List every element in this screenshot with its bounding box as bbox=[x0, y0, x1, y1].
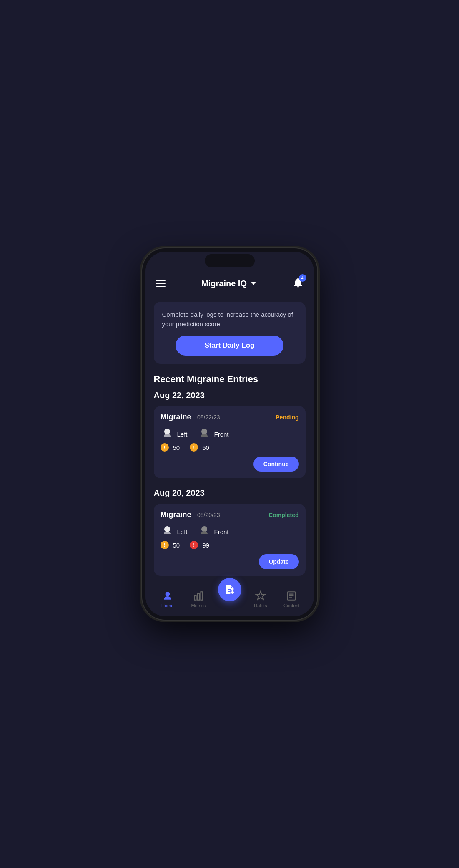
entry-type-date-2: Migraine 08/20/23 bbox=[161, 510, 220, 519]
score-value-1: 50 bbox=[173, 444, 180, 451]
date-heading-aug22: Aug 22, 2023 bbox=[154, 391, 306, 400]
nav-habits-label: Habits bbox=[254, 603, 267, 608]
score-value-2: 50 bbox=[202, 444, 209, 451]
home-icon bbox=[162, 590, 173, 601]
head-left-icon bbox=[161, 427, 174, 441]
main-scroll-area: Complete daily logs to increase the accu… bbox=[145, 297, 314, 587]
habits-icon bbox=[255, 590, 266, 601]
score-badge-2: ! bbox=[190, 443, 198, 452]
svg-point-1 bbox=[201, 429, 207, 434]
head-front-icon-2 bbox=[198, 525, 211, 538]
svg-point-3 bbox=[201, 526, 207, 532]
hamburger-menu[interactable] bbox=[156, 280, 166, 287]
entry-footer-2: Update bbox=[161, 554, 299, 569]
location-left-label: Left bbox=[177, 431, 188, 438]
svg-rect-6 bbox=[194, 596, 196, 600]
score-badge-4: ! bbox=[190, 541, 198, 549]
date-heading-aug20: Aug 20, 2023 bbox=[154, 488, 306, 498]
score-row-2: ! 50 ! 99 bbox=[161, 541, 299, 549]
score-value-3: 50 bbox=[173, 542, 180, 549]
entry-status-2: Completed bbox=[268, 512, 298, 518]
daily-log-banner: Complete daily logs to increase the accu… bbox=[154, 302, 306, 364]
nav-home-label: Home bbox=[161, 603, 173, 608]
location-front: Front bbox=[198, 427, 229, 441]
entry-card-aug22: Migraine 08/22/23 Pending Left bbox=[154, 406, 306, 478]
svg-point-2 bbox=[164, 526, 170, 532]
score-front: ! 50 bbox=[190, 443, 209, 452]
score-front-2: ! 99 bbox=[190, 541, 209, 549]
entry-date: 08/22/23 bbox=[197, 414, 220, 421]
svg-point-5 bbox=[165, 592, 170, 596]
score-badge-3: ! bbox=[161, 541, 169, 549]
entry-header: Migraine 08/22/23 Pending bbox=[161, 413, 299, 421]
bottom-navigation: Home Metrics Report Habits bbox=[145, 587, 314, 616]
entry-type-2: Migraine bbox=[161, 510, 191, 519]
start-daily-log-button[interactable]: Start Daily Log bbox=[176, 336, 283, 356]
fab-button[interactable] bbox=[218, 578, 241, 601]
nav-metrics-label: Metrics bbox=[191, 603, 206, 608]
location-left-label-2: Left bbox=[177, 528, 188, 535]
entry-detail-row-2: Left Front bbox=[161, 525, 299, 538]
location-left-2: Left bbox=[161, 525, 188, 538]
entry-detail-row: Left Front bbox=[161, 427, 299, 441]
entry-date-2: 08/20/23 bbox=[197, 512, 220, 518]
entry-type: Migraine bbox=[161, 413, 191, 421]
location-front-2: Front bbox=[198, 525, 229, 538]
nav-content[interactable]: Content bbox=[276, 590, 307, 608]
app-title: Migraine IQ bbox=[201, 279, 247, 288]
content-icon bbox=[286, 590, 297, 601]
entry-type-date: Migraine 08/22/23 bbox=[161, 413, 220, 421]
svg-point-0 bbox=[164, 429, 170, 434]
score-value-4: 99 bbox=[202, 542, 209, 549]
banner-text: Complete daily logs to increase the accu… bbox=[162, 310, 297, 329]
nav-home[interactable]: Home bbox=[152, 590, 183, 608]
nav-content-label: Content bbox=[283, 603, 300, 608]
head-left-icon-2 bbox=[161, 525, 174, 538]
notification-badge: 4 bbox=[299, 274, 306, 282]
nav-habits[interactable]: Habits bbox=[245, 590, 276, 608]
section-title: Recent Migraine Entries bbox=[154, 374, 306, 385]
metrics-icon bbox=[193, 590, 204, 601]
entry-status: Pending bbox=[276, 414, 298, 421]
location-front-label-2: Front bbox=[214, 528, 229, 535]
location-left: Left bbox=[161, 427, 188, 441]
continue-button[interactable]: Continue bbox=[253, 457, 299, 472]
update-button[interactable]: Update bbox=[259, 554, 298, 569]
report-add-icon bbox=[224, 584, 236, 595]
svg-rect-8 bbox=[201, 592, 203, 600]
nav-metrics[interactable]: Metrics bbox=[183, 590, 214, 608]
score-row: ! 50 ! 50 bbox=[161, 443, 299, 452]
notification-button[interactable]: 4 bbox=[292, 277, 304, 290]
entry-card-aug20: Migraine 08/20/23 Completed Left bbox=[154, 504, 306, 576]
dynamic-island bbox=[205, 254, 255, 267]
entry-header-2: Migraine 08/20/23 Completed bbox=[161, 510, 299, 519]
head-front-icon bbox=[198, 427, 211, 441]
chevron-down-icon bbox=[251, 282, 256, 285]
score-left: ! 50 bbox=[161, 443, 180, 452]
svg-rect-7 bbox=[198, 594, 199, 600]
entry-footer: Continue bbox=[161, 457, 299, 472]
score-left-2: ! 50 bbox=[161, 541, 180, 549]
score-badge-1: ! bbox=[161, 443, 169, 452]
location-front-label: Front bbox=[214, 431, 229, 438]
app-title-area[interactable]: Migraine IQ bbox=[201, 279, 256, 288]
fab-container bbox=[218, 578, 241, 601]
